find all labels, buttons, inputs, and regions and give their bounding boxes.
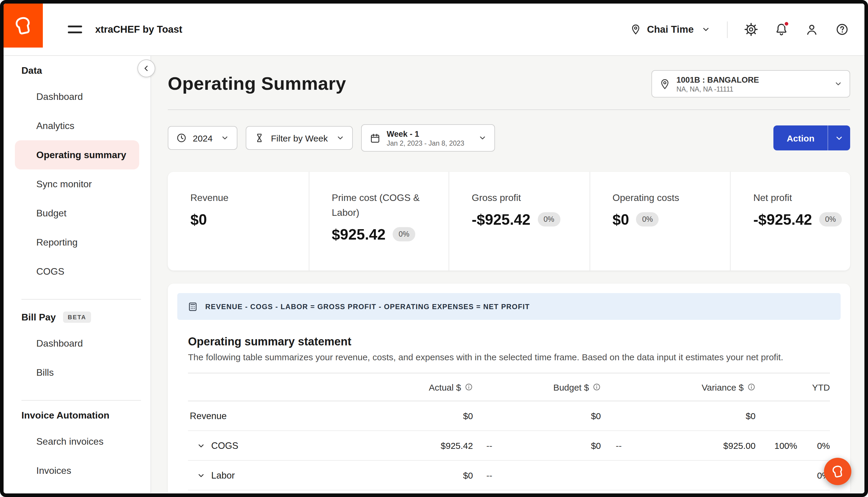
info-icon[interactable] (465, 383, 473, 391)
sidebar-collapse-button[interactable] (137, 59, 155, 77)
bell-icon[interactable] (775, 23, 788, 36)
section-label: Bill Pay (22, 312, 56, 323)
kpi-value: -$925.42 (472, 211, 531, 228)
location-address: NA, NA, NA -11111 (676, 85, 826, 93)
column-budget: Budget $ (506, 382, 601, 392)
statement-heading: Operating summary statement (188, 335, 830, 349)
main-content: Operating Summary 1001B : BANGALORE NA, … (151, 56, 865, 493)
chevron-down-icon (336, 134, 344, 142)
table-row-labor: Labor $0 -- 0% (188, 461, 830, 491)
statement-description: The following table summarizes your reve… (188, 352, 830, 362)
clock-icon (176, 132, 187, 143)
restaurant-name: Chai Time (647, 24, 694, 35)
formula-banner: REVENUE - COGS - LABOR = GROSS PROFIT - … (177, 293, 841, 320)
sidebar-item-bills[interactable]: Bills (3, 358, 151, 387)
cell-variance: $925.00 (637, 441, 756, 451)
sidebar-section-data: Data (22, 66, 151, 76)
sidebar-section-invoice-automation: Invoice Automation (22, 410, 151, 421)
kpi-gross-profit: Gross profit -$925.42 0% (449, 172, 589, 270)
sidebar-item-search-invoices[interactable]: Search invoices (3, 427, 151, 456)
top-bar-actions: Chai Time (630, 21, 849, 38)
year-value: 2024 (193, 133, 213, 143)
table-row-cogs: COGS $925.42 -- $0 -- $925.00 100% 0% (188, 431, 830, 461)
expand-row-toggle[interactable]: COGS (188, 440, 384, 451)
kpi-summary-card: Revenue $0 Prime cost (COGS & Labor) $92… (168, 172, 850, 270)
beta-badge: BETA (63, 312, 91, 323)
cell-actual: $925.42 (384, 441, 473, 451)
kpi-value: -$925.42 (753, 211, 812, 228)
chevron-down-icon (834, 80, 842, 88)
chevron-down-icon (221, 134, 229, 142)
info-icon[interactable] (593, 383, 601, 391)
row-label: Revenue (188, 411, 384, 421)
chevron-left-icon (142, 64, 151, 72)
kpi-operating-costs: Operating costs $0 0% (589, 172, 730, 270)
toast-logo[interactable] (3, 3, 43, 47)
chevron-down-icon (835, 133, 844, 142)
table-header-row: Actual $ Budget $ (188, 373, 830, 401)
kpi-label: Net profit (753, 191, 842, 206)
sidebar-item-operating-summary[interactable]: Operating summary (15, 140, 139, 169)
user-icon[interactable] (805, 23, 818, 36)
kpi-prime-cost: Prime cost (COGS & Labor) $925.42 0% (308, 172, 448, 270)
kpi-value: $925.42 (332, 226, 386, 243)
cell-budget: $0 (506, 441, 601, 451)
sidebar-nav-invoice-automation: Search invoices Invoices (3, 427, 151, 485)
cell-actual: $0 (384, 470, 473, 480)
table-row-revenue: Revenue $0 $0 $0 (188, 401, 830, 431)
action-menu-button[interactable] (828, 125, 850, 151)
kpi-value: $0 (612, 211, 629, 228)
week-dropdown[interactable]: Week - 1 Jan 2, 2023 - Jan 8, 2023 (361, 124, 495, 152)
kpi-label: Revenue (190, 191, 290, 206)
sidebar-item-billpay-dashboard[interactable]: Dashboard (3, 329, 151, 358)
kpi-badge: 0% (636, 213, 659, 227)
kpi-badge: 0% (819, 213, 842, 227)
sidebar-item-analytics[interactable]: Analytics (3, 111, 151, 140)
cell-variance: $0 (637, 411, 756, 421)
period-type-dropdown[interactable]: Filter by Week (246, 126, 353, 150)
sidebar-item-invoices[interactable]: Invoices (3, 456, 151, 485)
location-selector[interactable]: 1001B : BANGALORE NA, NA, NA -11111 (651, 70, 850, 98)
kpi-label: Operating costs (612, 191, 713, 206)
column-actual: Actual $ (384, 382, 473, 392)
cell-actual-pct: -- (473, 470, 506, 480)
formula-text: REVENUE - COGS - LABOR = GROSS PROFIT - … (205, 302, 530, 311)
chat-support-button[interactable] (824, 458, 851, 485)
hamburger-menu-icon[interactable] (68, 26, 82, 33)
kpi-label: Gross profit (472, 191, 572, 206)
action-button[interactable]: Action (774, 125, 828, 151)
sidebar-item-cogs[interactable]: COGS (3, 257, 151, 286)
hourglass-icon (254, 132, 265, 143)
calendar-icon (370, 132, 381, 144)
title-divider (168, 109, 850, 110)
statement-table: Actual $ Budget $ (188, 373, 830, 491)
kpi-badge: 0% (538, 213, 560, 227)
expand-row-toggle[interactable]: Labor (188, 470, 384, 481)
action-split-button: Action (774, 125, 850, 151)
sidebar-divider (22, 299, 141, 300)
chevron-down-icon (479, 134, 487, 142)
restaurant-selector[interactable]: Chai Time (630, 24, 710, 35)
info-icon[interactable] (747, 383, 756, 391)
cell-actual: $0 (384, 411, 473, 421)
period-type-value: Filter by Week (271, 133, 328, 143)
sidebar-nav-data: Dashboard Analytics Operating summary Sy… (3, 82, 151, 286)
help-icon[interactable] (835, 23, 849, 36)
sidebar-item-budget[interactable]: Budget (3, 199, 151, 228)
chevron-down-icon (701, 25, 710, 34)
pin-icon (630, 24, 642, 35)
column-ytd: YTD (797, 382, 830, 392)
sidebar-divider (22, 400, 141, 401)
sidebar-item-sync-monitor[interactable]: Sync monitor (3, 169, 151, 199)
sidebar-item-dashboard[interactable]: Dashboard (3, 82, 151, 111)
sidebar-section-bill-pay: Bill Pay BETA (22, 312, 151, 323)
year-dropdown[interactable]: 2024 (168, 126, 238, 150)
gear-icon[interactable] (744, 23, 758, 36)
header-divider (727, 21, 728, 38)
sidebar: Data Dashboard Analytics Operating summa… (3, 56, 151, 493)
chevron-down-icon (197, 471, 205, 480)
sidebar-item-reporting[interactable]: Reporting (3, 228, 151, 257)
kpi-revenue: Revenue $0 (168, 172, 308, 270)
sidebar-nav-bill-pay: Dashboard Bills (3, 329, 151, 387)
cell-ytd: 0% (797, 441, 830, 451)
